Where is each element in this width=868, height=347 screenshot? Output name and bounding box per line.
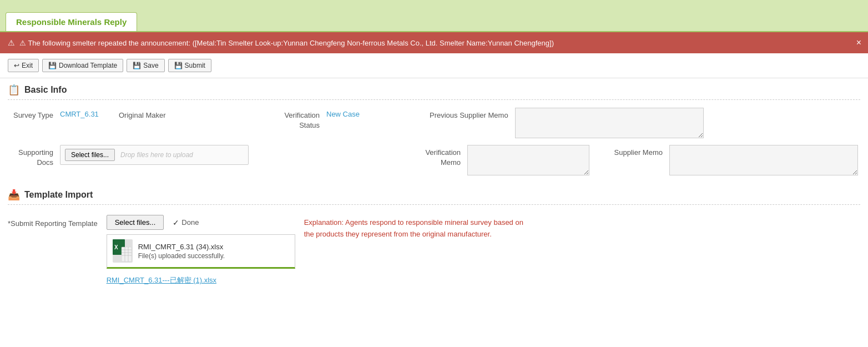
tab-bar: Responsible Minerals Reply [0, 0, 868, 32]
submit-icon: 💾 [174, 62, 183, 69]
template-upload-row: Select files... ✓ Done [107, 215, 295, 230]
download-template-button[interactable]: 💾 Download Template [42, 59, 123, 72]
main-content: ↩ Exit 💾 Download Template 💾 Save 💾 Subm… [0, 53, 868, 347]
basic-info-icon: 📋 [8, 84, 20, 96]
verification-memo-label: VerificationMemo [404, 145, 465, 168]
basic-info-title: Basic Info [24, 85, 67, 95]
explanation-col: Explanation: Agents respond to responsib… [304, 215, 526, 240]
alert-message: ⚠ The following smelter repeated the ann… [19, 39, 554, 47]
previous-supplier-memo-label: Previous Supplier Memo [430, 108, 513, 120]
survey-type-value: CMRT_6.31 [60, 108, 99, 118]
done-label: Done [181, 218, 199, 227]
survey-type-label: Survey Type [8, 108, 58, 120]
template-import-upload-col: Select files... ✓ Done X [107, 215, 295, 285]
basic-info-section-header: 📋 Basic Info [0, 78, 868, 99]
uploaded-file-box: X RMI_CMRT_6.31 (34).xlsx File(s) upload… [107, 234, 295, 269]
exit-button[interactable]: ↩ Exit [8, 59, 39, 72]
verification-status-field: VerificationStatus New Case [263, 108, 430, 130]
alert-close-button[interactable]: × [856, 38, 861, 48]
supplier-memo-label: Supplier Memo [589, 145, 667, 158]
template-import-icon: 📥 [8, 189, 20, 201]
upload-status: File(s) uploaded successfully. [138, 252, 225, 260]
template-import-section-header: 📥 Template Import [0, 183, 868, 204]
supplier-memo-field: Supplier Memo [589, 145, 860, 175]
verification-memo-field: VerificationMemo [404, 145, 589, 175]
supporting-docs-upload-area: Select files... Drop files here to uploa… [60, 145, 249, 165]
done-status: ✓ Done [173, 218, 199, 227]
tab-responsible-minerals-reply[interactable]: Responsible Minerals Reply [6, 12, 137, 31]
template-import-divider [8, 204, 860, 205]
verification-memo-textarea[interactable] [467, 145, 589, 175]
previous-supplier-memo-field: Previous Supplier Memo [430, 108, 860, 138]
uploaded-filename: RMI_CMRT_6.31 (34).xlsx [138, 243, 225, 251]
alert-icon: ⚠ [8, 38, 15, 47]
survey-type-field: Survey Type CMRT_6.31 [8, 108, 119, 120]
drop-files-text: Drop files here to upload [120, 151, 193, 159]
original-maker-label: Original Maker [119, 108, 170, 120]
supporting-docs-label: SupportingDocs [8, 145, 58, 168]
supporting-docs-field: SupportingDocs Select files... Drop file… [8, 145, 249, 168]
submit-button[interactable]: 💾 Submit [168, 59, 211, 72]
download-icon: 💾 [48, 62, 57, 69]
explanation-text: Explanation: Agents respond to responsib… [304, 216, 523, 238]
verification-status-label: VerificationStatus [263, 108, 324, 130]
svg-rect-3 [122, 247, 132, 261]
file-info: RMI_CMRT_6.31 (34).xlsx File(s) uploaded… [138, 243, 225, 260]
supplier-memo-textarea[interactable] [669, 145, 858, 175]
checkmark-icon: ✓ [173, 218, 179, 227]
exit-icon: ↩ [14, 62, 19, 69]
save-icon: 💾 [133, 62, 141, 69]
previous-supplier-memo-textarea[interactable] [515, 108, 704, 138]
toolbar: ↩ Exit 💾 Download Template 💾 Save 💾 Subm… [0, 53, 868, 78]
save-button[interactable]: 💾 Save [127, 59, 164, 72]
template-select-files-button[interactable]: Select files... [107, 215, 164, 230]
rmi-file-link[interactable]: RMI_CMRT_6.31---已解密 (1).xlsx [107, 273, 295, 285]
svg-text:X: X [114, 244, 118, 250]
excel-file-icon: X [113, 239, 133, 263]
basic-info-divider [8, 99, 860, 100]
submit-reporting-template-label: *Submit Reporting Template [8, 219, 98, 228]
alert-banner: ⚠ ⚠ The following smelter repeated the a… [0, 32, 868, 53]
original-maker-field: Original Maker [119, 108, 263, 120]
supporting-docs-select-files-button[interactable]: Select files... [65, 149, 115, 161]
verification-status-value: New Case [326, 108, 360, 118]
template-import-title: Template Import [24, 190, 93, 200]
